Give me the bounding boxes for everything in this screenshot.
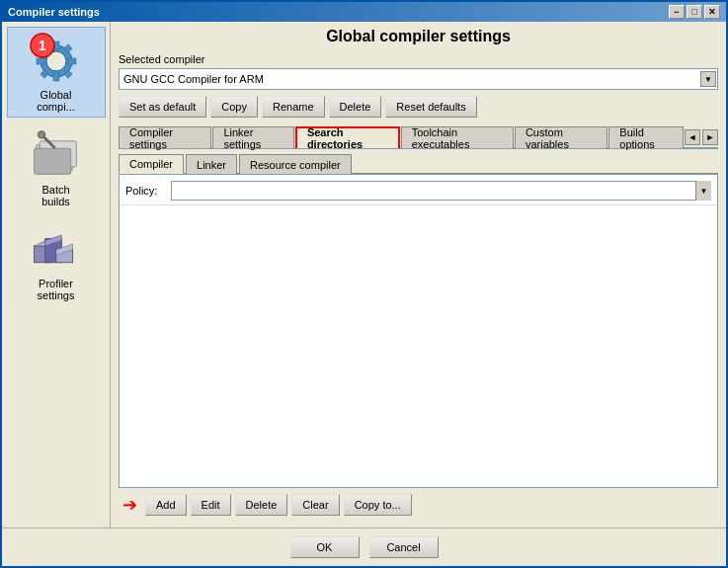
sidebar-item-profiler-settings[interactable]: Profilersettings (7, 216, 106, 305)
maximize-button[interactable]: □ (687, 5, 702, 19)
batch-builds-icon (29, 126, 84, 182)
selected-compiler-label: Selected compiler (119, 53, 718, 65)
tab-toolchain-executables[interactable]: Toolchain executables (401, 126, 514, 148)
sidebar: 1 Globalcompi... (2, 22, 111, 527)
sidebar-item-global-compiler-label: Globalcompi... (37, 89, 75, 113)
sidebar-item-batch-builds-label: Batchbuilds (41, 184, 70, 207)
tab-scroll-right[interactable]: ► (702, 129, 718, 145)
reset-defaults-button[interactable]: Reset defaults (385, 96, 476, 118)
copy-button[interactable]: Copy (210, 96, 258, 118)
ok-button[interactable]: OK (290, 536, 360, 558)
inner-tab-bar: Compiler Linker Resource compiler (119, 153, 718, 174)
main-content: 1 Globalcompi... (2, 22, 726, 527)
main-window: Compiler settings − □ ✕ (0, 0, 728, 568)
compiler-row: ▼ (119, 68, 718, 90)
global-compiler-icon: 1 (29, 32, 84, 87)
title-bar-buttons: − □ ✕ (669, 5, 720, 19)
copy-to-button[interactable]: Copy to... (344, 494, 412, 516)
minimize-button[interactable]: − (669, 5, 685, 19)
compiler-dropdown-arrow[interactable]: ▼ (700, 71, 716, 87)
delete-dir-button[interactable]: Delete (235, 494, 288, 516)
compiler-btn-row: Set as default Copy Rename Delete Reset … (119, 96, 718, 118)
inner-tab-compiler[interactable]: Compiler (119, 154, 184, 174)
svg-rect-4 (37, 58, 44, 64)
tab-custom-variables[interactable]: Custom variables (515, 126, 607, 148)
tab-linker-settings[interactable]: Linker settings (212, 126, 293, 148)
tab-compiler-settings[interactable]: Compiler settings (119, 126, 211, 148)
compiler-select[interactable] (119, 68, 718, 90)
rename-button[interactable]: Rename (262, 96, 325, 118)
policy-label: Policy: (125, 185, 165, 197)
svg-rect-3 (53, 73, 59, 81)
add-button[interactable]: Add (145, 494, 187, 516)
sidebar-item-batch-builds[interactable]: Batchbuilds (7, 122, 106, 211)
content-area: Policy: ▼ (119, 174, 718, 488)
edit-button[interactable]: Edit (191, 494, 231, 516)
window-title: Compiler settings (8, 6, 100, 18)
add-arrow-icon: ➔ (122, 494, 137, 516)
clear-button[interactable]: Clear (291, 494, 339, 516)
directory-list (120, 205, 717, 487)
svg-text:1: 1 (39, 38, 46, 53)
inner-tab-linker[interactable]: Linker (186, 154, 237, 174)
tab-build-options[interactable]: Build options (608, 126, 684, 148)
panel-title: Global compiler settings (119, 28, 718, 45)
compiler-select-wrapper: ▼ (119, 68, 718, 90)
close-button[interactable]: ✕ (704, 5, 720, 19)
sidebar-item-global-compiler[interactable]: 1 Globalcompi... (7, 27, 106, 118)
dialog-bottom: OK Cancel (2, 527, 726, 566)
policy-select[interactable] (171, 181, 711, 201)
tab-nav-arrows: ◄ ► (685, 129, 718, 145)
main-tab-bar: Compiler settings Linker settings Search… (119, 125, 718, 149)
set-as-default-button[interactable]: Set as default (119, 96, 206, 118)
policy-dropdown-arrow[interactable]: ▼ (695, 181, 711, 201)
profiler-settings-icon (29, 220, 84, 276)
right-panel: Global compiler settings Selected compil… (111, 22, 726, 527)
svg-marker-20 (34, 240, 44, 246)
svg-rect-5 (68, 58, 76, 64)
inner-tab-resource-compiler[interactable]: Resource compiler (239, 154, 352, 174)
tab-scroll-left[interactable]: ◄ (685, 129, 700, 145)
title-bar: Compiler settings − □ ✕ (2, 2, 726, 22)
tab-search-directories[interactable]: Search directories (295, 126, 400, 148)
bottom-btn-row: ➔ Add Edit Delete Clear Copy to... (119, 488, 718, 522)
cancel-button[interactable]: Cancel (369, 536, 439, 558)
delete-button[interactable]: Delete (329, 96, 382, 118)
sidebar-item-profiler-settings-label: Profilersettings (38, 278, 75, 301)
svg-rect-14 (34, 148, 70, 174)
policy-row: Policy: ▼ (120, 175, 717, 205)
svg-point-16 (38, 131, 44, 138)
policy-select-wrapper: ▼ (171, 181, 711, 201)
